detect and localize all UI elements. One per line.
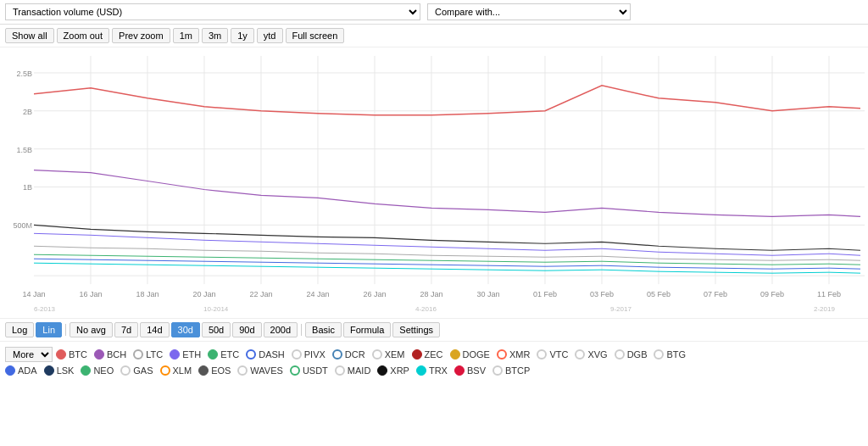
coin-dot xyxy=(246,349,256,360)
coin-dot xyxy=(56,349,66,360)
basic-button[interactable]: Basic xyxy=(305,322,342,337)
coin-item[interactable]: XMR xyxy=(497,349,530,360)
coin-dot xyxy=(537,349,547,360)
formula-button[interactable]: Formula xyxy=(343,322,391,337)
1y-button[interactable]: 1y xyxy=(231,28,254,43)
svg-text:18 Jan: 18 Jan xyxy=(136,290,159,298)
coin-item[interactable]: DOGE xyxy=(450,349,490,360)
coin-item[interactable]: DGB xyxy=(615,349,648,360)
30d-button[interactable]: 30d xyxy=(171,322,200,337)
svg-text:05 Feb: 05 Feb xyxy=(647,290,670,298)
coin-item[interactable]: LTC xyxy=(133,349,163,360)
1m-button[interactable]: 1m xyxy=(173,28,199,43)
coin-dot xyxy=(615,349,625,360)
settings-button[interactable]: Settings xyxy=(392,322,440,337)
coin-item[interactable]: XVG xyxy=(575,349,607,360)
coin-dot xyxy=(575,349,585,360)
svg-text:22 Jan: 22 Jan xyxy=(250,290,273,298)
svg-text:2.5B: 2.5B xyxy=(17,70,32,78)
200d-button[interactable]: 200d xyxy=(264,322,298,337)
coin-label: XVG xyxy=(587,349,607,360)
coin-item[interactable]: XRP xyxy=(377,365,409,376)
50d-button[interactable]: 50d xyxy=(202,322,231,337)
coin-dot xyxy=(290,365,300,376)
14d-button[interactable]: 14d xyxy=(140,322,169,337)
coin-label: XRP xyxy=(390,365,409,376)
svg-text:30 Jan: 30 Jan xyxy=(477,290,500,298)
90d-button[interactable]: 90d xyxy=(232,322,261,337)
svg-text:2B: 2B xyxy=(23,108,32,116)
coin-item[interactable]: NEO xyxy=(81,365,114,376)
coin-item[interactable]: ETH xyxy=(170,349,201,360)
svg-text:20 Jan: 20 Jan xyxy=(193,290,216,298)
coin-item[interactable]: TRX xyxy=(416,365,448,376)
coin-row-2: ADALSKNEOGASXLMEOSWAVESUSDTMAIDXRPTRXBSV… xyxy=(5,364,863,377)
coin-label: DASH xyxy=(259,349,285,360)
svg-text:4-2016: 4-2016 xyxy=(415,305,437,313)
3m-button[interactable]: 3m xyxy=(202,28,228,43)
coin-dot xyxy=(412,349,422,360)
coin-item[interactable]: BCH xyxy=(94,349,126,360)
prev-zoom-button[interactable]: Prev zoom xyxy=(112,28,170,43)
coin-item[interactable]: WAVES xyxy=(237,365,283,376)
no-avg-button[interactable]: No avg xyxy=(70,322,113,337)
coin-dot xyxy=(120,365,131,376)
bch-line xyxy=(34,233,860,255)
coin-dot xyxy=(44,365,54,376)
svg-text:28 Jan: 28 Jan xyxy=(420,290,443,298)
chart-svg: 2.5B 2B 1.5B 1B 500M 14 Jan 16 Jan 18 Ja… xyxy=(0,47,868,318)
lin-button[interactable]: Lin xyxy=(36,322,62,337)
svg-text:01 Feb: 01 Feb xyxy=(533,290,557,298)
coin-item[interactable]: BSV xyxy=(454,365,486,376)
chart-type-select[interactable]: Transaction volume (USD) xyxy=(5,3,420,20)
more-select-wrap[interactable]: More xyxy=(5,347,53,362)
coin-item[interactable]: DCR xyxy=(332,349,365,360)
ytd-button[interactable]: ytd xyxy=(257,28,283,43)
coin-item[interactable]: PIVX xyxy=(292,349,326,360)
coin-label: BCH xyxy=(107,349,126,360)
svg-text:11 Feb: 11 Feb xyxy=(817,290,841,298)
coin-item[interactable]: ZEC xyxy=(412,349,443,360)
more-select[interactable]: More xyxy=(5,347,53,362)
coin-dot xyxy=(332,349,342,360)
chart-area: 2.5B 2B 1.5B 1B 500M 14 Jan 16 Jan 18 Ja… xyxy=(0,47,868,318)
coin-dot xyxy=(208,349,218,360)
coin-dot xyxy=(335,365,345,376)
coin-item[interactable]: BTC xyxy=(56,349,87,360)
coin-label: XMR xyxy=(509,349,530,360)
show-all-button[interactable]: Show all xyxy=(5,28,54,43)
coin-dot xyxy=(372,349,382,360)
eth-line xyxy=(34,170,860,217)
coin-item[interactable]: XEM xyxy=(372,349,405,360)
xrp-line xyxy=(34,225,860,250)
coin-label: ETH xyxy=(182,349,201,360)
coin-item[interactable]: DASH xyxy=(246,349,285,360)
coin-label: PIVX xyxy=(304,349,326,360)
ltc-line xyxy=(34,246,860,260)
coin-dot xyxy=(5,365,15,376)
coin-item[interactable]: GAS xyxy=(120,365,153,376)
coin-item[interactable]: MAID xyxy=(335,365,371,376)
coin-dot xyxy=(292,349,302,360)
coin-item[interactable]: EOS xyxy=(198,365,231,376)
coin-item[interactable]: BTG xyxy=(654,349,686,360)
full-screen-button[interactable]: Full screen xyxy=(286,28,345,43)
compare-select[interactable]: Compare with... xyxy=(427,3,631,20)
coin-item[interactable]: LSK xyxy=(44,365,75,376)
coin-item[interactable]: ADA xyxy=(5,365,37,376)
coin-dot xyxy=(654,349,664,360)
coin-item[interactable]: XLM xyxy=(160,365,192,376)
coin-dot xyxy=(237,365,248,376)
coin-label: XEM xyxy=(385,349,405,360)
zoom-out-button[interactable]: Zoom out xyxy=(57,28,109,43)
scale-toolbar: Log Lin No avg 7d 14d 30d 50d 90d 200d B… xyxy=(0,318,868,342)
coin-dot xyxy=(198,365,209,376)
coin-item[interactable]: ETC xyxy=(208,349,239,360)
coin-label: BSV xyxy=(467,365,486,376)
7d-button[interactable]: 7d xyxy=(114,322,138,337)
log-button[interactable]: Log xyxy=(5,322,34,337)
coin-item[interactable]: USDT xyxy=(290,365,328,376)
coin-item[interactable]: BTCP xyxy=(492,365,530,376)
coin-item[interactable]: VTC xyxy=(537,349,568,360)
coin-label: DOGE xyxy=(463,349,490,360)
